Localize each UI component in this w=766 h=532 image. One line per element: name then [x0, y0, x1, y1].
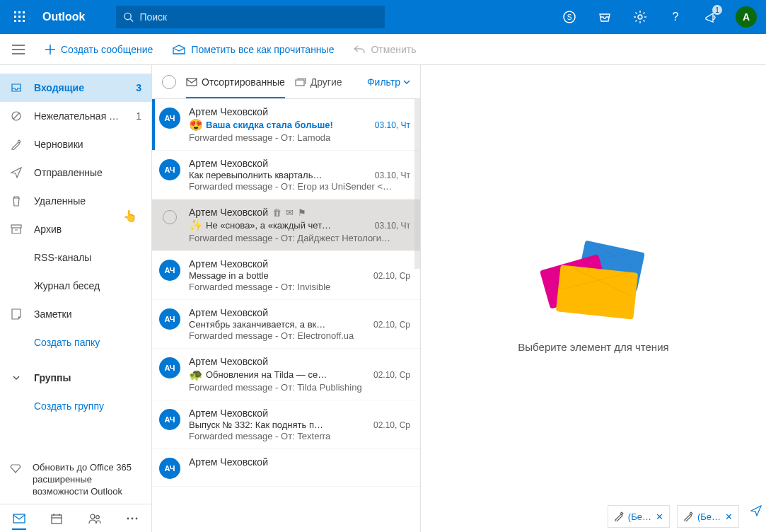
folder-входящие[interactable]: Входящие3 [0, 74, 151, 102]
folder-создать-папку[interactable]: Создать папку [0, 328, 151, 357]
svg-point-13 [638, 15, 642, 19]
tab-focused[interactable]: Отсортированные [186, 65, 285, 98]
message-row[interactable]: АЧАртем ЧеховскойВыпуск № 332: Как подня… [152, 400, 420, 449]
app-launcher[interactable] [6, 3, 34, 31]
message-row[interactable]: АЧАртем Чеховской😍Ваша скидка стала боль… [152, 99, 420, 151]
svg-rect-41 [187, 79, 197, 86]
folder-нежелательная-[interactable]: Нежелательная …1 [0, 102, 151, 130]
filter-dropdown[interactable]: Фильтр [367, 76, 410, 88]
folder-черновики[interactable]: Черновики [0, 130, 151, 158]
message-preview: Forwarded message - От: Егор из UniSende… [189, 181, 410, 192]
draft-tab-2[interactable]: (Бе… ✕ [677, 505, 739, 528]
draft-tab-1[interactable]: (Бе… ✕ [608, 505, 670, 528]
envelope-illustration [544, 245, 643, 323]
more-modules-button[interactable] [120, 516, 144, 521]
message-row[interactable]: АЧАртем Чеховской [152, 449, 420, 487]
help-icon: ? [668, 10, 683, 24]
notifications-badge: 1 [712, 5, 722, 15]
sender-name: Артем Чеховской [189, 207, 268, 218]
close-icon[interactable]: ✕ [656, 511, 663, 522]
folder-заметки[interactable]: Заметки [0, 300, 151, 328]
send-icon [750, 505, 762, 516]
create-group-link[interactable]: Создать группу [0, 392, 151, 420]
skype-icon: S [562, 10, 576, 24]
folder-label: Нежелательная … [34, 110, 119, 122]
svg-line-20 [636, 21, 637, 22]
help-button[interactable]: ? [661, 3, 690, 31]
block-icon [10, 110, 23, 122]
mark-all-read-button[interactable]: Пометить все как прочитанные [164, 34, 342, 64]
subject-text: Ваша скидка стала больше! [206, 120, 366, 130]
folder-label: Журнал бесед [34, 280, 100, 291]
folder-отправленные[interactable]: Отправленные [0, 158, 151, 187]
folder-label: Создать папку [34, 337, 100, 348]
draft-tabs: (Бе… ✕ (Бе… ✕ [603, 501, 766, 532]
groups-header-label: Группы [34, 372, 71, 383]
svg-rect-7 [18, 20, 21, 22]
message-row[interactable]: АЧАртем Чеховской🐢Обновления на Tilda — … [152, 349, 420, 400]
mail-icon [13, 514, 25, 524]
svg-text:S: S [567, 13, 572, 21]
row-select[interactable] [163, 210, 177, 224]
folder-удаленные[interactable]: Удаленные [0, 187, 151, 215]
message-list-pane: Отсортированные Другие Фильтр АЧАртем Че… [152, 65, 421, 532]
mail-stack-icon [295, 78, 306, 86]
message-date: 03.10, Чт [375, 120, 410, 130]
chevron-down-icon [403, 79, 410, 86]
subject-text: Обновления на Tilda — се… [206, 369, 365, 380]
svg-line-29 [13, 113, 19, 119]
message-row[interactable]: АЧАртем ЧеховскойСентябрь заканчивается,… [152, 300, 420, 349]
settings-button[interactable] [626, 3, 654, 31]
delete-icon[interactable]: 🗑 [272, 207, 282, 218]
mail-icon[interactable]: ✉ [286, 207, 294, 218]
message-date: 02.10, Ср [373, 320, 410, 330]
message-row[interactable]: АЧАртем Чеховской🗑✉⚑✨Не «снова», а «кажд… [152, 200, 420, 251]
search-box[interactable] [116, 6, 385, 28]
folder-rss-каналы[interactable]: RSS-каналы [0, 243, 151, 272]
flag-icon[interactable]: ⚑ [298, 207, 306, 218]
message-row[interactable]: АЧАртем ЧеховскойMessage in a bottle02.1… [152, 251, 420, 300]
scrollbar[interactable] [414, 99, 420, 269]
pencil-icon [614, 511, 624, 521]
message-list[interactable]: АЧАртем Чеховской😍Ваша скидка стала боль… [152, 99, 420, 532]
mail-module-button[interactable] [7, 514, 31, 524]
search-input[interactable] [139, 11, 378, 23]
new-message-button[interactable]: Создать сообщение [37, 34, 161, 64]
svg-rect-2 [23, 11, 25, 13]
sender-avatar: АЧ [159, 356, 182, 393]
sender-name: Артем Чеховской [189, 258, 268, 270]
message-row[interactable]: АЧАртем ЧеховскойКак перевыполнить кварт… [152, 151, 420, 200]
trash-icon [10, 195, 23, 207]
people-icon [88, 513, 101, 524]
sender-name: Артем Чеховской [189, 456, 268, 468]
send-now-button[interactable] [750, 505, 762, 528]
groups-header[interactable]: Группы [0, 364, 151, 392]
undo-button[interactable]: Отменить [345, 34, 424, 64]
app-header: Outlook S ? 1 А [0, 0, 766, 34]
tab-other[interactable]: Другие [295, 65, 342, 98]
diamond-icon [10, 462, 21, 473]
waffle-icon [14, 11, 25, 23]
select-all-toggle[interactable] [162, 75, 176, 89]
notifications-button[interactable]: 1 [697, 3, 725, 31]
inbox-settings-button[interactable] [591, 3, 619, 31]
message-date: 03.10, Чт [375, 170, 410, 180]
calendar-module-button[interactable] [45, 513, 69, 524]
svg-rect-42 [296, 80, 304, 86]
sender-avatar: АЧ [159, 106, 182, 143]
message-preview: Forwarded message - От: Invisible [189, 282, 410, 292]
svg-rect-8 [23, 20, 25, 22]
tray-icon [598, 10, 612, 24]
close-icon[interactable]: ✕ [725, 511, 733, 522]
folder-архив[interactable]: Архив [0, 215, 151, 243]
upgrade-link[interactable]: Обновить до Office 365 расширенные возмо… [0, 456, 151, 504]
skype-button[interactable]: S [555, 3, 584, 31]
upgrade-label: Обновить до Office 365 расширенные возмо… [33, 462, 141, 498]
account-button[interactable]: А [732, 3, 760, 31]
svg-rect-3 [14, 16, 16, 18]
nav-toggle[interactable] [3, 45, 34, 54]
folder-журнал-бесед[interactable]: Журнал бесед [0, 272, 151, 300]
tab-focused-label: Отсортированные [202, 76, 285, 88]
svg-rect-31 [13, 514, 25, 523]
people-module-button[interactable] [83, 513, 107, 524]
